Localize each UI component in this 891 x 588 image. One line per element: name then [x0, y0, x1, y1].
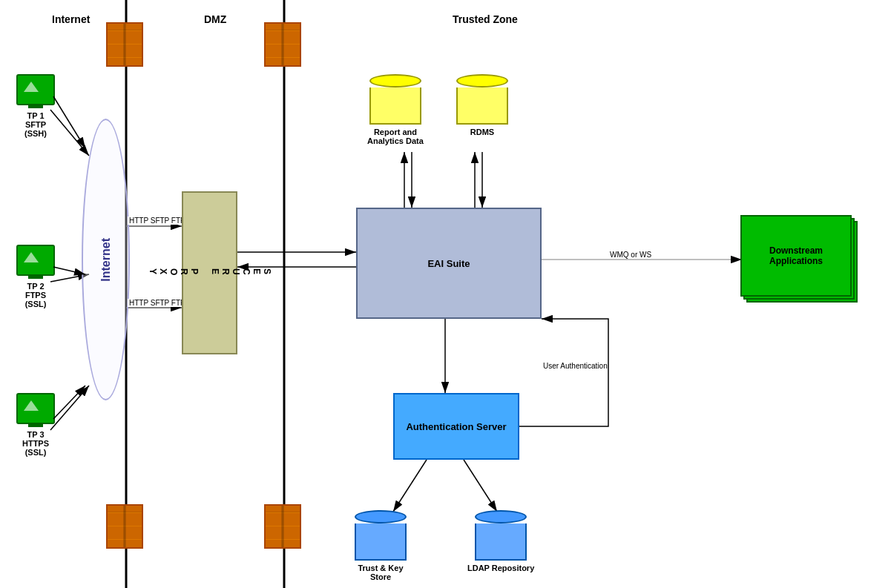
- svg-line-21: [393, 460, 427, 512]
- http-sftp-ftp-label-1: HTTP SFTP FTP: [128, 217, 187, 225]
- wmq-ws-label: WMQ or WS: [608, 251, 653, 259]
- http-sftp-ftp-label-2: HTTP SFTP FTP: [128, 299, 187, 307]
- eai-suite-box: EAI Suite: [356, 208, 542, 319]
- internet-oval: Internet: [82, 119, 130, 400]
- firewall-icon-bottom-dmz: [264, 504, 301, 549]
- tp2-label: TP 2 FTPS (SSL): [25, 282, 47, 308]
- trusted-zone-label: Trusted Zone: [453, 13, 518, 25]
- tp3-label: TP 3 HTTPS (SSL): [22, 430, 49, 457]
- internet-oval-label: Internet: [99, 238, 113, 282]
- secure-proxy-box: SECUREPROXY: [182, 191, 237, 354]
- report-analytics-db: Report andAnalytics Data: [367, 74, 424, 145]
- internet-zone-label: Internet: [52, 13, 90, 25]
- svg-line-22: [464, 460, 497, 512]
- downstream-apps-label: DownstreamApplications: [769, 245, 823, 266]
- ldap-repo-label: LDAP Repository: [467, 564, 534, 572]
- tp1-server: TP 1 SFTP (SSH): [16, 74, 55, 138]
- user-auth-label: User Authentication: [542, 362, 609, 370]
- firewall-icon-top-left: [106, 22, 143, 67]
- report-analytics-label: Report andAnalytics Data: [367, 128, 424, 145]
- dmz-zone-label: DMZ: [204, 13, 226, 25]
- auth-server-box: Authentication Server: [393, 393, 519, 460]
- ldap-repo-db: LDAP Repository: [467, 510, 534, 572]
- svg-line-4: [50, 386, 89, 430]
- tp2-server: TP 2 FTPS (SSL): [16, 245, 55, 308]
- tp1-label: TP 1 SFTP (SSH): [24, 111, 47, 138]
- rdms-label: RDMS: [470, 128, 494, 136]
- architecture-diagram: Internet DMZ Trusted Zone Internet TP 1 …: [0, 0, 891, 588]
- trust-key-store-db: Trust & KeyStore: [355, 510, 407, 581]
- rdms-db: RDMS: [456, 74, 508, 136]
- tp3-server: TP 3 HTTPS (SSL): [16, 393, 55, 457]
- firewall-icon-top-dmz: [264, 22, 301, 67]
- firewall-icon-bottom-left: [106, 504, 143, 549]
- svg-line-2: [50, 110, 89, 156]
- trust-key-store-label: Trust & KeyStore: [358, 564, 403, 581]
